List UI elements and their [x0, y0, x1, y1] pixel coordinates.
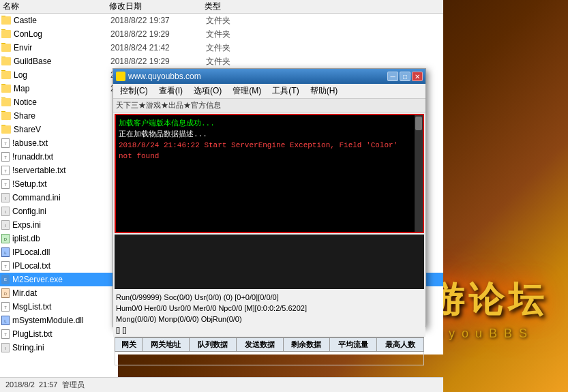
file-name: Envir [14, 43, 32, 52]
content-header: 天下三★游戏★出品★官方信息 [113, 99, 425, 112]
app-window: www.quyoubbs.com ─ □ ✕ 控制(C)查看(I)选项(O)管理… [113, 68, 426, 327]
file-date: 2018/8/22 19:37 [110, 16, 206, 25]
maximize-button[interactable]: □ [400, 72, 410, 81]
file-name: ConLog [14, 29, 42, 39]
table-header-row: 网关网关地址队列数据发送数据剩余数据平均流量最高人数 [115, 338, 424, 352]
log-area: 加载客户端版本信息成功...正在加载物品数据描述...2018/8/24 21:… [115, 114, 424, 233]
menu-item-1[interactable]: 查看(I) [153, 84, 188, 98]
file-type: 文件夹 [206, 42, 260, 54]
file-name: M2Server.exe [12, 275, 63, 284]
table-area: 网关网关地址队列数据发送数据剩余数据平均流量最高人数 [115, 337, 424, 365]
menu-item-4[interactable]: 工具(T) [267, 84, 304, 98]
table-header-2: 队列数据 [190, 338, 237, 352]
file-date: 2018/8/24 21:42 [110, 43, 206, 52]
file-name: Castle [14, 16, 37, 25]
scrollbar[interactable] [415, 115, 423, 232]
file-name: IPLocal.txt [12, 261, 50, 271]
table-header-1: 网关地址 [143, 338, 190, 352]
table-header-3: 发送数据 [236, 338, 283, 352]
status-line-4: [] [] [116, 325, 423, 335]
file-name: ShareV [14, 125, 41, 134]
menu-item-2[interactable]: 选项(O) [188, 84, 227, 98]
log-lines: 加载客户端版本信息成功...正在加载物品数据描述...2018/8/24 21:… [119, 118, 420, 162]
file-row[interactable]: GuildBase2018/8/22 19:29文件夹 [0, 55, 443, 68]
table-header-5: 平均流量 [330, 338, 377, 352]
file-date: 2018/8/22 19:29 [110, 57, 206, 66]
title-bar[interactable]: www.quyoubbs.com ─ □ ✕ [113, 69, 425, 84]
explorer-statusbar: 2018/8/2 21:57 管理员 [0, 377, 443, 392]
table-header-6: 最高人数 [377, 338, 424, 352]
column-headers: 名称 修改日期 类型 [0, 0, 443, 14]
file-name: !runaddr.txt [12, 152, 53, 162]
file-name: !abuse.txt [12, 138, 48, 148]
menu-item-0[interactable]: 控制(C) [115, 84, 153, 98]
file-type: 文件夹 [206, 56, 260, 67]
file-row[interactable]: Castle2018/8/22 19:37文件夹 [0, 14, 443, 27]
scroll-thumb[interactable] [415, 117, 422, 130]
status-line-1: Run(0/99999) Soc(0/0) Usr(0/0) (0) [0+0/… [116, 292, 423, 303]
file-name: IPLocal.dll [12, 247, 50, 257]
window-controls: ─ □ ✕ [387, 72, 423, 81]
file-name: Share [14, 111, 35, 121]
menu-bar: 控制(C)查看(I)选项(O)管理(M)工具(T)帮助(H) [113, 84, 425, 99]
status-line-3: Mong(0/0/0) Monp(0/0/0) ObjRun(0/0) [116, 314, 423, 325]
file-row[interactable]: Envir2018/8/24 21:42文件夹 [0, 41, 443, 55]
table-header-4: 剩余数据 [283, 338, 330, 352]
close-button[interactable]: ✕ [412, 72, 423, 81]
log-line-0: 加载客户端版本信息成功... [119, 118, 420, 129]
window-title: www.quyoubbs.com [128, 72, 387, 81]
file-date: 2018/8/22 19:29 [110, 29, 206, 39]
file-name: Exps.ini [12, 220, 41, 230]
dark-area [115, 235, 424, 289]
app-icon [116, 72, 125, 81]
menu-items: 控制(C)查看(I)选项(O)管理(M)工具(T)帮助(H) [115, 84, 343, 98]
file-name: String.ini [12, 343, 44, 352]
status-area: Run(0/99999) Soc(0/0) Usr(0/0) (0) [0+0/… [113, 290, 425, 337]
file-name: !servertable.txt [12, 166, 66, 175]
file-name: iplist.db [12, 234, 40, 243]
log-line-2: 2018/8/24 21:46:22 Start ServerEngine Ex… [119, 140, 420, 162]
menu-item-5[interactable]: 帮助(H) [305, 84, 344, 98]
file-name: MsgList.txt [12, 302, 51, 312]
file-row[interactable]: ConLog2018/8/22 19:29文件夹 [0, 27, 443, 41]
status-line-2: Hum0/0 Her0/0 Usr0/0 Mer0/0 Npc0/0 [M][0… [116, 303, 423, 314]
file-type: 文件夹 [206, 15, 260, 27]
file-name: Mir.dat [12, 288, 37, 298]
file-name: !Setup.txt [12, 179, 47, 189]
file-name: Config.ini [12, 207, 46, 216]
data-table: 网关网关地址队列数据发送数据剩余数据平均流量最高人数 [115, 337, 424, 365]
file-name: Command.ini [12, 193, 61, 202]
explorer-date: 2018/8/2 21:57 管理员 [5, 380, 85, 390]
table-row [115, 352, 424, 365]
file-name: mSystemModule.dll [12, 316, 84, 325]
file-name: PlugList.txt [12, 329, 53, 339]
file-name: Notice [14, 97, 37, 107]
table-header-0: 网关 [115, 338, 143, 352]
table-body [115, 352, 424, 365]
file-type: 文件夹 [206, 29, 260, 40]
menu-item-3[interactable]: 管理(M) [227, 84, 267, 98]
log-line-1: 正在加载物品数据描述... [119, 129, 420, 140]
minimize-button[interactable]: ─ [387, 72, 398, 81]
file-name: Log [14, 70, 27, 80]
file-name: GuildBase [14, 57, 51, 66]
file-name: Map [14, 84, 29, 93]
